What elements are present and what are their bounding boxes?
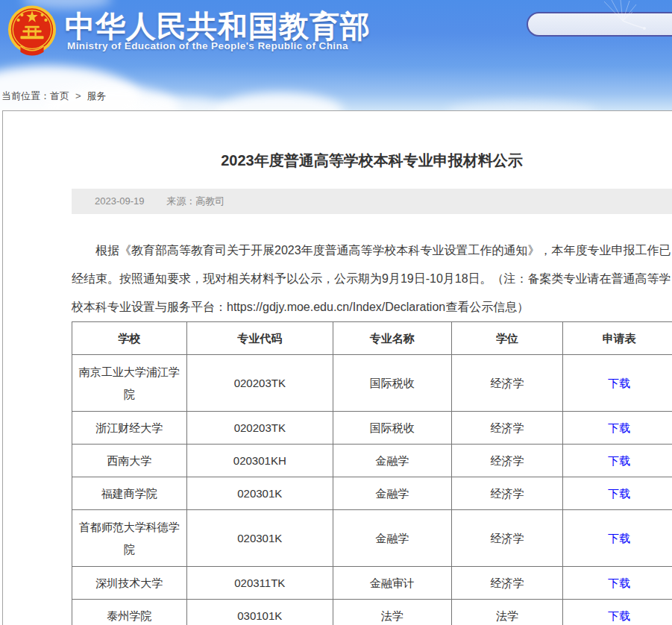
school-cell: 西南大学 — [72, 445, 187, 477]
page: 中华人民共和国教育部 Ministry of Education of the … — [0, 0, 672, 625]
application-form-cell: 下载 — [563, 567, 672, 600]
breadcrumb-label: 当前位置： — [1, 90, 50, 101]
major-name-cell: 国际税收 — [333, 412, 451, 445]
degree-cell: 经济学 — [451, 477, 563, 510]
cloud-decoration — [216, 92, 343, 110]
table-row: 福建商学院020301K金融学经济学下载 — [72, 477, 672, 510]
download-link[interactable]: 下载 — [608, 577, 630, 589]
school-cell: 浙江财经大学 — [72, 412, 187, 445]
application-form-cell: 下载 — [563, 445, 672, 477]
degree-cell: 经济学 — [451, 567, 563, 600]
download-link[interactable]: 下载 — [608, 532, 630, 544]
breadcrumb-service-link[interactable]: 服务 — [87, 90, 107, 101]
column-header: 申请表 — [563, 322, 672, 355]
column-header: 专业代码 — [186, 322, 333, 355]
download-link[interactable]: 下载 — [608, 487, 630, 500]
download-link[interactable]: 下载 — [608, 377, 630, 389]
school-cell: 首都师范大学科德学院 — [72, 510, 187, 567]
major-code-cell: 030101K — [186, 600, 333, 625]
download-link[interactable]: 下载 — [608, 609, 630, 622]
school-cell: 南京工业大学浦江学院 — [72, 355, 187, 412]
degree-cell: 经济学 — [451, 510, 563, 567]
major-code-cell: 020311TK — [186, 567, 333, 600]
table-row: 首都师范大学科德学院020301K金融学经济学下载 — [72, 510, 672, 567]
application-form-cell: 下载 — [563, 600, 672, 625]
major-name-cell: 国际税收 — [333, 355, 451, 412]
source-label: 来源：高教司 — [166, 195, 224, 207]
school-cell: 泰州学院 — [72, 600, 187, 625]
major-name-cell: 金融学 — [333, 445, 451, 477]
major-code-cell: 020203TK — [186, 355, 333, 412]
major-code-cell: 020301K — [186, 477, 333, 510]
major-code-cell: 020301KH — [186, 445, 333, 477]
table-row: 深圳技术大学020311TK金融审计经济学下载 — [72, 567, 672, 600]
site-subtitle: Ministry of Education of the People's Re… — [67, 40, 348, 51]
degree-cell: 经济学 — [451, 412, 563, 445]
major-name-cell: 金融学 — [333, 510, 451, 567]
column-header: 专业名称 — [333, 322, 451, 355]
major-code-cell: 020301K — [186, 510, 333, 567]
cloud-decoration — [448, 101, 597, 110]
article-meta-bar: 2023-09-19 来源：高教司 — [72, 189, 672, 214]
table-row: 浙江财经大学020203TK国际税收经济学下载 — [72, 412, 672, 445]
application-form-cell: 下载 — [563, 355, 672, 412]
site-header: 中华人民共和国教育部 Ministry of Education of the … — [0, 0, 672, 110]
degree-cell: 经济学 — [451, 445, 563, 477]
major-code-cell: 020203TK — [186, 412, 333, 445]
degree-cell: 经济学 — [451, 355, 563, 412]
breadcrumb-home-link[interactable]: 首页 — [50, 90, 69, 101]
column-header: 学校 — [72, 322, 187, 355]
page-title: 2023年度普通高等学校本科专业申报材料公示 — [72, 148, 672, 172]
application-form-cell: 下载 — [563, 510, 672, 567]
application-form-cell: 下载 — [563, 412, 672, 445]
download-link[interactable]: 下载 — [608, 454, 630, 467]
degree-cell: 法学 — [451, 600, 563, 625]
table-row: 西南大学020301KH金融学经济学下载 — [72, 445, 672, 477]
content-panel: 2023年度普通高等学校本科专业申报材料公示 2023-09-19 来源：高教司… — [2, 110, 672, 625]
breadcrumb-separator: > — [75, 90, 81, 101]
application-table: 学校专业代码专业名称学位申请表 南京工业大学浦江学院020203TK国际税收经济… — [72, 321, 672, 625]
publish-date: 2023-09-19 — [95, 195, 145, 207]
article-body: 根据《教育部高等教育司关于开展2023年度普通高等学校本科专业设置工作的通知》，… — [72, 236, 672, 321]
breadcrumb: 当前位置：首页>服务 — [1, 89, 107, 103]
column-header: 学位 — [451, 322, 563, 355]
major-name-cell: 金融审计 — [333, 567, 451, 600]
table-row: 南京工业大学浦江学院020203TK国际税收经济学下载 — [72, 355, 672, 412]
major-name-cell: 金融学 — [333, 477, 451, 510]
national-emblem-icon — [6, 4, 58, 58]
table-row: 泰州学院030101K法学法学下载 — [72, 600, 672, 625]
school-cell: 深圳技术大学 — [72, 567, 187, 600]
download-link[interactable]: 下载 — [608, 421, 630, 434]
school-cell: 福建商学院 — [72, 477, 187, 510]
major-name-cell: 法学 — [333, 600, 451, 625]
dandelion-decoration — [589, 0, 656, 34]
table-header-row: 学校专业代码专业名称学位申请表 — [72, 322, 672, 355]
application-form-cell: 下载 — [563, 477, 672, 510]
